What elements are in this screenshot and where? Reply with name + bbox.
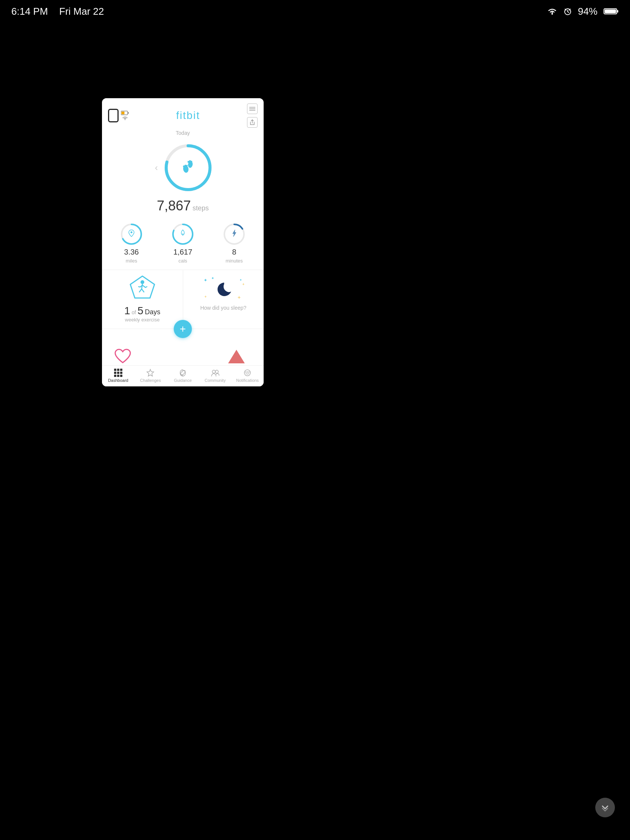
location-icon <box>128 230 134 239</box>
svg-rect-6 <box>605 9 616 13</box>
minutes-metric[interactable]: 8 minutes <box>222 222 246 264</box>
sleep-visual: ✦ ✦ ✦ + + + <box>201 275 246 302</box>
svg-rect-5 <box>617 10 618 13</box>
minutes-value: 8 <box>232 248 236 256</box>
device-icon <box>108 109 118 122</box>
exercise-of: of <box>131 309 136 315</box>
nav-dashboard[interactable]: Dashboard <box>102 369 134 383</box>
challenges-icon <box>146 369 155 377</box>
miles-metric[interactable]: 3.36 miles <box>119 222 144 264</box>
cals-unit: cals <box>178 258 187 264</box>
status-time: 6:14 PM <box>11 6 48 17</box>
flame-icon <box>180 230 185 239</box>
svg-point-37 <box>245 370 250 376</box>
exercise-count: 1 of 5 Days <box>124 305 161 317</box>
svg-point-38 <box>245 372 246 373</box>
svg-point-23 <box>191 161 192 163</box>
svg-marker-33 <box>147 369 154 376</box>
steps-ring-container: ‹ <box>102 141 264 196</box>
guidance-icon <box>178 369 187 377</box>
nav-guidance[interactable]: Guidance <box>167 369 199 383</box>
device-battery <box>121 111 129 120</box>
svg-line-3 <box>568 12 569 13</box>
miles-ring <box>119 222 144 246</box>
heart-icon <box>113 348 132 365</box>
nav-challenges-label: Challenges <box>140 378 161 383</box>
nav-guidance-label: Guidance <box>174 378 191 383</box>
add-button[interactable]: + <box>174 320 192 338</box>
app-header: fitbit <box>102 98 264 128</box>
miles-value: 3.36 <box>124 248 139 256</box>
community-icon <box>211 369 220 377</box>
exercise-badge <box>129 275 156 302</box>
wifi-icon <box>547 8 557 15</box>
today-label: Today <box>108 130 257 136</box>
nav-notifications[interactable]: Notifications <box>231 369 264 383</box>
notifications-icon <box>243 369 251 377</box>
svg-point-35 <box>212 370 215 373</box>
share-icon[interactable] <box>247 117 257 128</box>
sleep-card[interactable]: ✦ ✦ ✦ + + + How did you sleep? <box>183 270 264 328</box>
svg-point-10 <box>125 119 125 120</box>
nav-community-label: Community <box>205 378 226 383</box>
svg-point-40 <box>248 372 249 373</box>
bottom-nav: Dashboard Challenges Guidance <box>102 365 264 386</box>
svg-point-36 <box>215 370 218 373</box>
svg-point-39 <box>247 372 248 373</box>
activity-icon <box>228 350 245 363</box>
svg-rect-8 <box>128 112 129 114</box>
svg-point-20 <box>186 165 188 167</box>
svg-point-0 <box>551 13 553 15</box>
nav-challenges[interactable]: Challenges <box>134 369 167 383</box>
exercise-card[interactable]: 1 of 5 Days weekly exercise <box>102 270 183 328</box>
svg-point-22 <box>189 160 191 162</box>
minutes-ring <box>222 222 246 246</box>
header-icons <box>247 104 257 128</box>
fab-row: + <box>102 329 264 348</box>
exercise-unit: Days <box>145 308 161 316</box>
scroll-button[interactable] <box>595 798 615 817</box>
exercise-subtitle: weekly exercise <box>125 317 160 322</box>
sleep-question: How did you sleep? <box>200 305 246 311</box>
exercise-total: 5 <box>137 305 144 316</box>
nav-notifications-label: Notifications <box>236 378 259 383</box>
steps-display: 7,867 steps <box>102 196 264 218</box>
footsteps-icon <box>180 159 196 177</box>
status-bar: 6:14 PM Fri Mar 22 94% <box>0 0 630 23</box>
cals-ring <box>171 222 195 246</box>
steps-label: steps <box>193 204 209 212</box>
menu-icon[interactable] <box>247 104 257 114</box>
miles-unit: miles <box>126 258 137 264</box>
minutes-unit: minutes <box>226 258 243 264</box>
svg-point-26 <box>131 232 133 234</box>
svg-rect-9 <box>122 112 125 114</box>
steps-count: 7,867 <box>157 198 191 213</box>
status-icons: 94% <box>547 6 619 17</box>
status-date: Fri Mar 22 <box>59 6 104 17</box>
steps-ring[interactable] <box>162 141 215 194</box>
svg-point-32 <box>141 280 144 284</box>
dashboard-icon <box>114 369 122 377</box>
cals-metric[interactable]: 1,617 cals <box>171 222 195 264</box>
nav-dashboard-label: Dashboard <box>108 378 128 383</box>
exercise-current: 1 <box>124 305 130 316</box>
app-title: fitbit <box>129 109 247 122</box>
alarm-icon <box>564 7 572 16</box>
svg-point-19 <box>185 165 186 167</box>
prev-arrow[interactable]: ‹ <box>151 163 162 173</box>
battery-icon <box>603 8 619 15</box>
nav-community[interactable]: Community <box>199 369 232 383</box>
app-container: fitbit Today ‹ <box>102 98 264 386</box>
cals-value: 1,617 <box>174 248 192 256</box>
lightning-icon <box>232 230 237 239</box>
today-section: Today <box>102 128 264 141</box>
metrics-row: 3.36 miles 1,617 cals <box>102 218 264 270</box>
preview-row <box>102 348 264 365</box>
battery-percent: 94% <box>578 6 597 17</box>
